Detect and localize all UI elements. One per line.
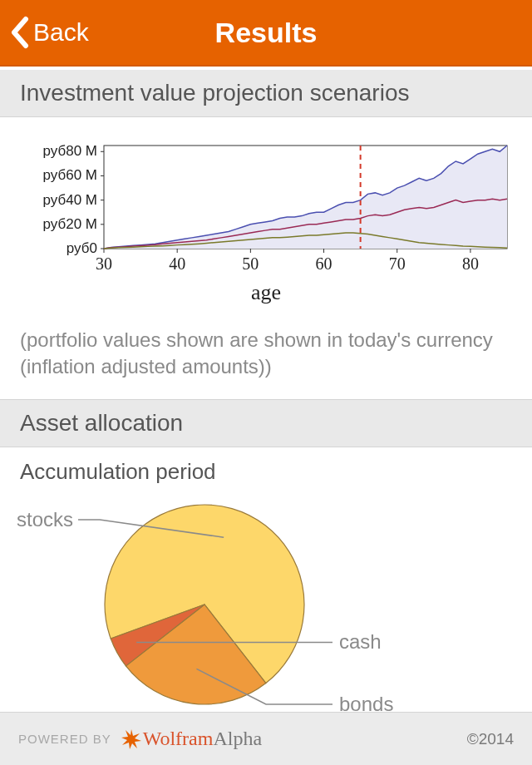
section-allocation: Asset allocation <box>0 399 532 447</box>
svg-text:80: 80 <box>462 254 479 273</box>
svg-text:40: 40 <box>169 254 185 273</box>
brand-alpha: Alpha <box>213 728 262 749</box>
back-label: Back <box>33 18 89 47</box>
svg-text:руб40 M: руб40 M <box>43 192 98 208</box>
header-bar: Back Results <box>0 0 532 67</box>
subhead-accum: Accumulation period <box>0 447 532 493</box>
spikey-icon <box>120 728 143 751</box>
page-title: Results <box>215 17 318 49</box>
svg-text:50: 50 <box>242 254 259 273</box>
back-button[interactable]: Back <box>8 16 89 49</box>
pie-chart: stocksbondscash <box>0 493 532 726</box>
svg-text:руб0: руб0 <box>66 240 97 256</box>
svg-text:70: 70 <box>389 254 406 273</box>
svg-text:руб60 M: руб60 M <box>43 167 98 183</box>
copyright: ©2014 <box>467 730 514 748</box>
svg-text:30: 30 <box>96 254 112 273</box>
svg-text:60: 60 <box>316 254 332 273</box>
chevron-left-icon <box>8 16 30 49</box>
chart-footnote: (portfolio values shown are shown in tod… <box>0 317 532 399</box>
brand-wolfram: Wolfram <box>143 728 214 749</box>
wolfram-alpha-logo: WolframAlpha <box>120 728 262 751</box>
section-projection: Investment value projection scenarios <box>0 70 532 117</box>
svg-text:stocks: stocks <box>17 508 73 531</box>
powered-by-label: POWERED BY <box>18 732 111 746</box>
projection-chart: руб0руб20 Mруб40 Mруб60 Mруб80 M30405060… <box>0 117 532 317</box>
svg-text:руб80 M: руб80 M <box>43 143 98 159</box>
pie-chart-svg: stocksbondscash <box>0 493 532 726</box>
chart-xlabel: age <box>17 280 515 305</box>
svg-text:cash: cash <box>339 630 382 653</box>
svg-text:руб20 M: руб20 M <box>43 216 98 232</box>
svg-marker-27 <box>121 729 141 749</box>
line-chart-svg: руб0руб20 Mруб40 Mруб60 Mруб80 M30405060… <box>21 141 511 274</box>
footer-bar: POWERED BY WolframAlpha ©2014 <box>0 712 532 765</box>
